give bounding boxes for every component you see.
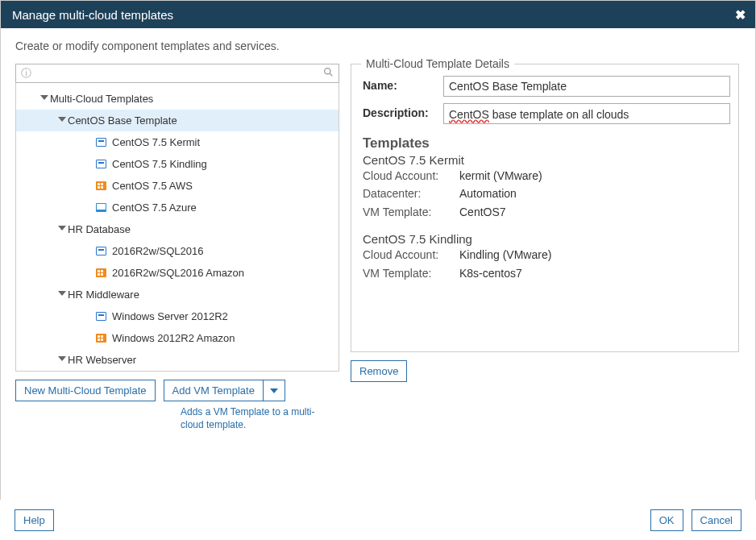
orange-template-icon <box>94 181 107 192</box>
tree-label: Windows Server 2012R2 <box>112 310 228 322</box>
detail-key: VM Template: <box>363 264 459 282</box>
detail-row: Cloud Account:kermit (VMware) <box>363 167 727 185</box>
dialog-footer: Help OK Cancel <box>0 500 756 540</box>
tree-label: CentOS 7.5 AWS <box>112 180 193 192</box>
expand-icon[interactable] <box>56 224 68 234</box>
detail-row: VM Template:CentOS7 <box>363 203 727 221</box>
tree-label: HR Database <box>68 223 131 235</box>
tree-label: CentOS 7.5 Kindling <box>112 158 207 170</box>
expand-icon[interactable] <box>56 355 68 364</box>
ok-button[interactable]: OK <box>650 509 683 531</box>
template-tree[interactable]: Multi-Cloud TemplatesCentOS Base Templat… <box>15 83 339 372</box>
remove-button[interactable]: Remove <box>351 360 407 382</box>
tree-group[interactable]: HR Middleware <box>16 284 339 305</box>
detail-key: Cloud Account: <box>363 246 459 264</box>
tree-group[interactable]: HR Database <box>16 218 339 240</box>
detail-row: Datacenter:Automation <box>363 185 727 202</box>
name-input[interactable] <box>443 76 730 97</box>
blue-template-icon <box>94 246 107 257</box>
detail-value: Kindling (VMware) <box>459 246 551 264</box>
tree-leaf[interactable]: CentOS 7.5 Kermit <box>16 131 339 153</box>
info-icon: ⓘ <box>21 66 31 81</box>
tree-group[interactable]: Multi-Cloud Templates <box>16 88 339 110</box>
tree-leaf[interactable]: 2016R2w/SQL2016 Amazon <box>16 262 339 284</box>
blue-template-icon <box>94 137 107 148</box>
search-icon[interactable] <box>323 67 334 80</box>
template-block: CentOS 7.5 KindlingCloud Account:Kindlin… <box>363 232 727 282</box>
add-vm-template-hint: Adds a VM Template to a multi-cloud temp… <box>181 406 326 431</box>
blue-template-icon <box>94 311 107 322</box>
detail-row: Cloud Account:Kindling (VMware) <box>363 246 727 264</box>
cancel-button[interactable]: Cancel <box>692 509 741 531</box>
search-box[interactable]: ⓘ <box>15 64 339 83</box>
tree-label: 2016R2w/SQL2016 Amazon <box>112 267 244 279</box>
search-input[interactable] <box>35 68 323 80</box>
tree-label: 2016R2w/SQL2016 <box>112 245 203 257</box>
tree-label: CentOS 7.5 Kermit <box>112 136 200 148</box>
tree-label: Windows 2012R2 Amazon <box>112 332 235 344</box>
detail-value: CentOS7 <box>459 203 506 221</box>
template-name: CentOS 7.5 Kermit <box>363 153 727 167</box>
tree-leaf[interactable]: Windows 2012R2 Amazon <box>16 327 339 349</box>
detail-key: Datacenter: <box>363 185 459 202</box>
chevron-down-icon <box>270 388 278 393</box>
tree-leaf[interactable]: 2016R2w/SQL2016 <box>16 240 339 262</box>
tree-label: CentOS 7.5 Azure <box>112 201 197 214</box>
description-label: Description: <box>363 103 443 119</box>
template-block: CentOS 7.5 KermitCloud Account:kermit (V… <box>363 153 727 221</box>
expand-icon[interactable] <box>39 93 50 103</box>
detail-key: Cloud Account: <box>363 167 459 185</box>
template-details-panel: Multi-Cloud Template Details Name: Descr… <box>351 64 739 352</box>
detail-value: K8s-centos7 <box>459 264 522 282</box>
close-icon[interactable]: ✖ <box>735 7 746 23</box>
svg-line-1 <box>330 73 332 76</box>
templates-detail-scroll[interactable]: Templates CentOS 7.5 KermitCloud Account… <box>363 135 730 343</box>
template-name: CentOS 7.5 Kindling <box>363 232 727 246</box>
new-multi-cloud-template-button[interactable]: New Multi-Cloud Template <box>15 380 156 401</box>
dialog-title: Manage multi-cloud templates <box>12 8 173 22</box>
tree-leaf[interactable]: CentOS 7.5 Kindling <box>16 153 339 175</box>
detail-value: kermit (VMware) <box>459 167 542 185</box>
orange-template-icon <box>94 333 107 344</box>
azure-template-icon <box>94 202 107 214</box>
add-vm-template-splitbutton[interactable]: Add VM Template <box>164 380 285 401</box>
dialog-titlebar: Manage multi-cloud templates ✖ <box>1 1 755 28</box>
tree-leaf[interactable]: CentOS 7.5 AWS <box>16 175 339 197</box>
tree-label: CentOS Base Template <box>68 114 177 127</box>
svg-point-0 <box>325 69 330 74</box>
tree-group[interactable]: HR Webserver <box>16 349 339 371</box>
add-vm-template-button[interactable]: Add VM Template <box>164 380 263 401</box>
tree-leaf[interactable]: Windows Server 2012R2 <box>16 305 339 327</box>
expand-icon[interactable] <box>56 289 68 299</box>
dialog-subtitle: Create or modify component templates and… <box>15 39 741 52</box>
detail-key: VM Template: <box>363 203 459 221</box>
description-input[interactable]: CentOS base template on all clouds <box>443 103 730 124</box>
orange-template-icon <box>94 268 107 279</box>
expand-icon[interactable] <box>56 115 68 125</box>
tree-label: HR Webserver <box>68 354 136 366</box>
detail-value: Automation <box>459 185 517 202</box>
tree-group[interactable]: CentOS Base Template <box>16 110 339 131</box>
help-button[interactable]: Help <box>15 509 54 531</box>
detail-row: VM Template:K8s-centos7 <box>363 264 727 282</box>
tree-leaf[interactable]: CentOS 7.5 Azure <box>16 197 339 218</box>
add-vm-template-dropdown[interactable] <box>263 380 285 401</box>
tree-label: Multi-Cloud Templates <box>50 93 153 105</box>
details-legend: Multi-Cloud Template Details <box>361 57 514 70</box>
name-label: Name: <box>363 76 443 92</box>
tree-label: HR Middleware <box>68 289 139 301</box>
blue-template-icon <box>94 159 107 170</box>
templates-heading: Templates <box>363 135 727 152</box>
